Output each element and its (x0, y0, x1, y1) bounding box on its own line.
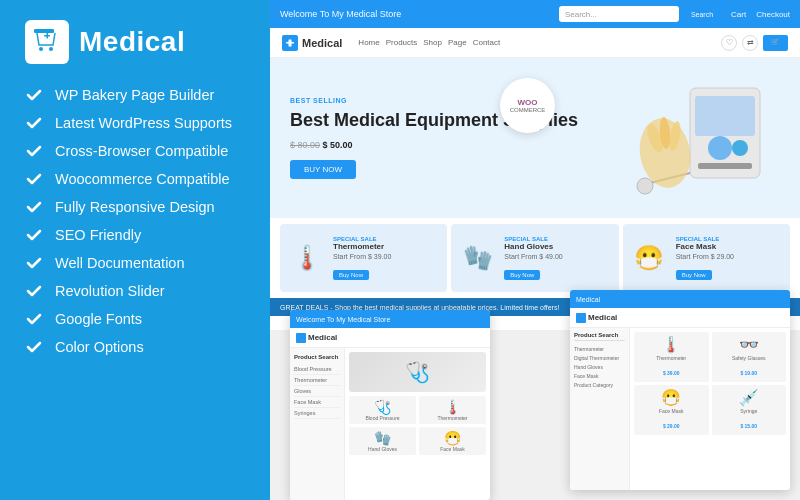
secondary-p-icon-2: 🧤 (352, 430, 413, 446)
tertiary-sidebar-item-3[interactable]: Face Mask (574, 371, 625, 380)
woo-text: WOO (518, 98, 538, 107)
nav-link-page[interactable]: Page (448, 38, 467, 47)
tertiary-product-item-0: 🌡️ Thermometer $ 39.00 (634, 332, 709, 382)
nav-link-home[interactable]: Home (358, 38, 379, 47)
search-button[interactable]: Search (685, 9, 719, 20)
feature-revolution-slider: Revolution Slider (25, 282, 250, 300)
tertiary-sidebar-title: Product Search (574, 332, 625, 341)
checkout-link[interactable]: Checkout (756, 10, 790, 19)
feature-label-7: Revolution Slider (55, 283, 165, 299)
tertiary-main: 🌡️ Thermometer $ 39.00 👓 Safety Glasses … (630, 328, 790, 490)
nav-compare-icon[interactable]: ⇄ (742, 35, 758, 51)
secondary-sidebar-item-0[interactable]: Blood Pressure (294, 364, 340, 375)
nav-cart-btn[interactable]: 🛒 (763, 35, 788, 51)
preview-topbar: Welcome To My Medical Store Search... Se… (270, 0, 800, 28)
product-card-1: 🧤 SPECIAL SALE Hand Gloves Start From $ … (451, 224, 618, 292)
features-list: WP Bakery Page Builder Latest WordPress … (25, 86, 250, 356)
feature-label-8: Google Fonts (55, 311, 142, 327)
secondary-sidebar-title: Product Search (294, 354, 340, 360)
tertiary-sidebar-item-1[interactable]: Digital Thermometer (574, 353, 625, 362)
check-icon-1 (25, 114, 43, 132)
preview-logo-text: Medical (302, 37, 342, 49)
secondary-sidebar-item-4[interactable]: Syringes (294, 408, 340, 419)
topbar-text: Welcome To My Medical Store (280, 9, 553, 19)
hero-badge: BEST SELLING (290, 97, 610, 104)
tertiary-logo-icon (576, 313, 586, 323)
hero-image (610, 68, 780, 208)
nav-link-shop[interactable]: Shop (423, 38, 442, 47)
tertiary-sidebar-item-4[interactable]: Product Category (574, 380, 625, 389)
tertiary-p-name-2: Face Mask (637, 408, 706, 414)
product-card-btn-2[interactable]: Buy Now (676, 270, 712, 280)
feature-label-1: Latest WordPress Supports (55, 115, 232, 131)
tertiary-products-grid: 🌡️ Thermometer $ 39.00 👓 Safety Glasses … (634, 332, 786, 435)
search-bar: Search... (559, 6, 679, 22)
check-icon-5 (25, 226, 43, 244)
product-card-img-0: 🌡️ (284, 236, 329, 281)
product-card-info-0: SPECIAL SALE Thermometer Start From $ 39… (333, 236, 443, 281)
tertiary-p-icon-1: 👓 (715, 335, 784, 354)
check-icon-3 (25, 170, 43, 188)
product-card-btn-0[interactable]: Buy Now (333, 270, 369, 280)
preview-hero: BEST SELLING Best Medical Equipment Supp… (270, 58, 800, 218)
check-icon-9 (25, 338, 43, 356)
tertiary-logo: Medical (576, 313, 617, 323)
secondary-p-icon-0: 🩺 (352, 399, 413, 415)
tertiary-topbar: Medical (570, 290, 790, 308)
secondary-product-item-3: 😷 Face Mask (419, 427, 486, 455)
tertiary-sidebar-item-2[interactable]: Hand Gloves (574, 362, 625, 371)
tertiary-topbar-text: Medical (576, 296, 600, 303)
tertiary-p-icon-0: 🌡️ (637, 335, 706, 354)
product-card-price-2: Start From $ 29.00 (676, 253, 786, 260)
right-panel: Welcome To My Medical Store Search... Se… (270, 0, 800, 500)
secondary-hero-img: 🩺 (349, 352, 486, 392)
secondary-products-grid: 🩺 Blood Pressure 🌡️ Thermometer 🧤 Hand G… (349, 396, 486, 455)
secondary-sidebar-item-1[interactable]: Thermometer (294, 375, 340, 386)
secondary-sidebar-item-3[interactable]: Face Mask (294, 397, 340, 408)
preview-nav-links: Home Products Shop Page Contact (358, 38, 500, 47)
secondary-sidebar-item-2[interactable]: Gloves (294, 386, 340, 397)
product-card-0: 🌡️ SPECIAL SALE Thermometer Start From $… (280, 224, 447, 292)
feature-wordpress-support: Latest WordPress Supports (25, 114, 250, 132)
secondary-content: Product Search Blood Pressure Thermomete… (290, 348, 490, 500)
tertiary-sidebar: Product Search Thermometer Digital Therm… (570, 328, 630, 490)
left-panel: Medical WP Bakery Page Builder Latest Wo… (0, 0, 270, 500)
feature-color-options: Color Options (25, 338, 250, 356)
check-icon-8 (25, 310, 43, 328)
svg-rect-11 (698, 163, 752, 169)
secondary-p-name-2: Hand Gloves (352, 446, 413, 452)
svg-point-10 (732, 140, 748, 156)
tertiary-p-price-1: $ 19.00 (740, 370, 757, 376)
tertiary-content: Product Search Thermometer Digital Therm… (570, 328, 790, 490)
secondary-product-item-2: 🧤 Hand Gloves (349, 427, 416, 455)
secondary-p-name-3: Face Mask (422, 446, 483, 452)
product-card-btn-1[interactable]: Buy Now (504, 270, 540, 280)
feature-label-6: Well Documentation (55, 255, 185, 271)
nav-link-contact[interactable]: Contact (473, 38, 501, 47)
feature-seo: SEO Friendly (25, 226, 250, 244)
nav-link-products[interactable]: Products (386, 38, 418, 47)
hero-buy-button[interactable]: BUY NOW (290, 160, 356, 179)
tertiary-sidebar-item-0[interactable]: Thermometer (574, 344, 625, 353)
product-card-img-1: 🧤 (455, 236, 500, 281)
check-icon-6 (25, 254, 43, 272)
hero-new-price: $ 50.00 (323, 140, 353, 150)
cart-link[interactable]: Cart (731, 10, 746, 19)
product-card-info-1: SPECIAL SALE Hand Gloves Start From $ 49… (504, 236, 614, 281)
product-card-price-1: Start From $ 49.00 (504, 253, 614, 260)
secondary-preview: Welcome To My Medical Store Medical Prod… (290, 310, 490, 500)
feature-woocommerce: Woocommerce Compatible (25, 170, 250, 188)
check-icon-4 (25, 198, 43, 216)
tertiary-product-item-2: 😷 Face Mask $ 29.00 (634, 385, 709, 435)
tertiary-p-icon-3: 💉 (715, 388, 784, 407)
product-card-info-2: SPECIAL SALE Face Mask Start From $ 29.0… (676, 236, 786, 281)
feature-cross-browser: Cross-Browser Compatible (25, 142, 250, 160)
nav-heart-icon[interactable]: ♡ (721, 35, 737, 51)
product-card-img-2: 😷 (627, 236, 672, 281)
logo-area: Medical (25, 20, 250, 64)
feature-label-0: WP Bakery Page Builder (55, 87, 214, 103)
hero-old-price: $ 80.00 (290, 140, 320, 150)
feature-label-2: Cross-Browser Compatible (55, 143, 228, 159)
product-card-name-2: Face Mask (676, 242, 786, 251)
logo-icon (25, 20, 69, 64)
